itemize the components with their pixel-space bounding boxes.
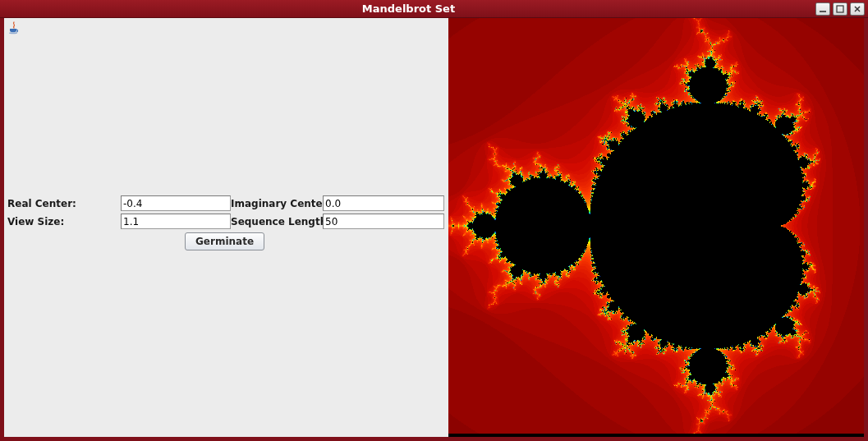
real-center-label: Real Center: [7, 198, 121, 209]
imag-center-input[interactable] [323, 195, 444, 211]
minimize-icon[interactable] [815, 2, 830, 16]
view-size-label: View Size: [7, 216, 121, 227]
java-cup-icon [7, 21, 21, 34]
mandelbrot-canvas[interactable] [448, 18, 864, 434]
view-size-input[interactable] [121, 214, 231, 229]
client-area: Real Center: Imaginary Center: View Size… [0, 18, 868, 441]
button-row: Germinate [7, 232, 448, 250]
row-real-imag: Real Center: Imaginary Center: [7, 195, 448, 211]
imag-center-label: Imaginary Center: [231, 198, 323, 209]
svg-point-4 [9, 32, 17, 34]
close-icon[interactable] [850, 2, 865, 16]
fractal-viewport[interactable] [448, 18, 864, 437]
real-center-input[interactable] [121, 195, 231, 211]
svg-rect-1 [837, 6, 843, 12]
row-size-seq: View Size: Sequence Length: [7, 214, 448, 229]
parameter-form: Real Center: Imaginary Center: View Size… [7, 195, 448, 250]
titlebar: Mandelbrot Set [0, 0, 868, 18]
window-title: Mandelbrot Set [2, 2, 815, 15]
control-panel: Real Center: Imaginary Center: View Size… [4, 18, 448, 437]
germinate-button[interactable]: Germinate [185, 232, 264, 250]
sequence-length-input[interactable] [323, 214, 444, 229]
maximize-icon[interactable] [833, 2, 847, 16]
sequence-length-label: Sequence Length: [231, 216, 323, 227]
window-buttons [815, 2, 865, 16]
